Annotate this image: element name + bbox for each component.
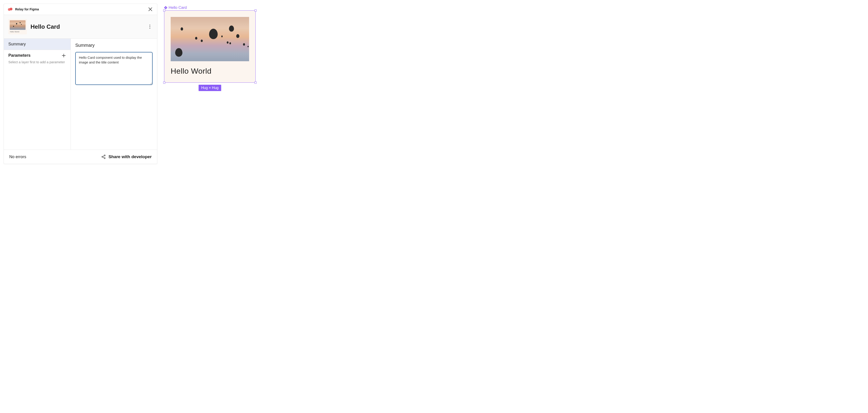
parameters-hint: Select a layer first to add a parameter [8,60,66,64]
figma-canvas: Hello Card Hello World [164,4,256,164]
errors-status: No errors [9,155,26,159]
plus-icon [62,54,66,58]
svg-point-2 [149,25,150,26]
more-menu-button[interactable] [147,24,153,29]
close-icon [148,7,152,11]
sidebar: Summary Parameters Select a layer first … [4,39,71,150]
plugin-title: Relay for Figma [15,7,39,11]
card-title: Hello World [170,67,249,75]
panel-body: Summary Parameters Select a layer first … [4,39,157,150]
relay-plugin-panel: Relay for Figma Hello World [4,4,157,164]
svg-point-3 [149,26,150,27]
more-vertical-icon [149,25,150,29]
svg-point-7 [104,158,105,159]
close-button[interactable] [148,6,153,12]
share-label: Share with developer [108,154,152,159]
relay-logo-icon [8,7,13,11]
summary-textarea[interactable] [75,52,153,85]
thumbnail-caption: Hello World [10,31,26,33]
svg-point-4 [149,28,150,29]
panel-footer: No errors Share with developer [4,150,157,164]
component-frame-label-text: Hello Card [168,5,187,10]
component-header: Hello World Hello Card [4,15,157,39]
svg-line-8 [103,156,104,157]
content-area: Summary [71,39,157,150]
parameters-header: Parameters [8,53,66,58]
tab-summary[interactable]: Summary [4,39,70,50]
size-badge: Hug × Hug [198,85,221,91]
resize-handle-br[interactable] [254,82,256,84]
content-heading: Summary [75,43,153,48]
component-title: Hello Card [31,23,60,30]
resize-handle-bl[interactable] [163,82,165,84]
svg-line-9 [103,157,104,158]
svg-point-5 [104,155,105,156]
component-thumbnail: Hello World [8,19,27,34]
component-icon [164,6,167,9]
parameters-title: Parameters [8,53,31,58]
share-icon [101,155,106,159]
svg-point-1 [10,8,12,10]
component-header-left: Hello World Hello Card [8,19,60,34]
panel-header: Relay for Figma [4,4,157,15]
header-left: Relay for Figma [8,7,39,11]
parameters-section: Parameters Select a layer first to add a… [4,50,70,68]
resize-handle-tl[interactable] [163,9,165,11]
hello-card-component[interactable]: Hello World [164,11,255,83]
card-image [170,17,249,61]
add-parameter-button[interactable] [61,53,66,58]
svg-point-6 [102,156,103,157]
thumbnail-image [10,20,26,30]
share-with-developer-button[interactable]: Share with developer [101,154,152,159]
selection-frame[interactable]: Hello World Hug × Hug [164,10,256,83]
component-frame-label[interactable]: Hello Card [164,5,256,10]
resize-handle-tr[interactable] [254,9,256,11]
